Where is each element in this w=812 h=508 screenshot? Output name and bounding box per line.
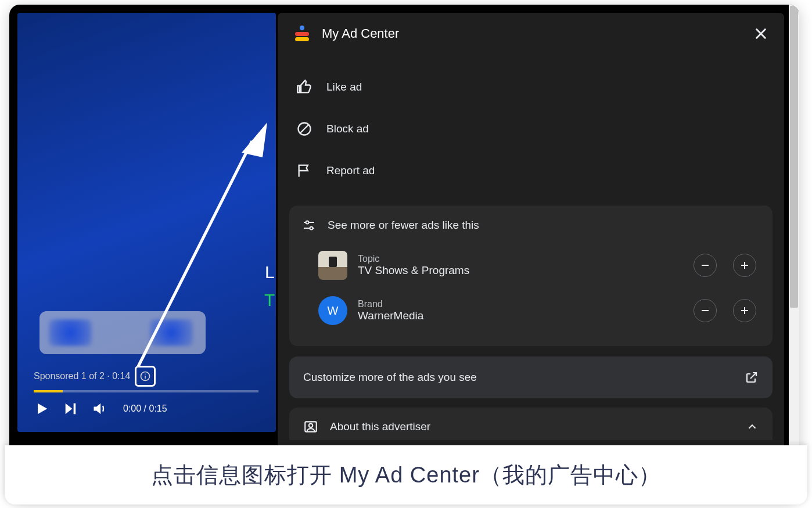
fewer-topic-button[interactable] (694, 254, 717, 277)
svg-line-12 (300, 125, 308, 133)
like-ad-label: Like ad (326, 81, 362, 93)
ad-overlay-text-green: T (264, 290, 275, 310)
next-icon[interactable] (63, 401, 79, 417)
video-player[interactable]: L T Sponsored 1 of 2 · 0:14 0:00 / 0:15 (17, 13, 276, 432)
close-icon (753, 26, 769, 42)
ad-action-list: Like ad Block ad Report ad (278, 52, 784, 202)
panel-header: My Ad Center (278, 13, 784, 52)
about-advertiser-section[interactable]: About this advertiser (289, 408, 773, 440)
svg-rect-7 (295, 32, 309, 36)
customize-ads-link[interactable]: Customize more of the ads you see (289, 356, 773, 398)
info-icon (139, 370, 151, 382)
fewer-brand-button[interactable] (694, 299, 717, 322)
pref-name: TV Shows & Programs (358, 264, 677, 277)
svg-point-2 (145, 373, 146, 374)
video-progress-fill (34, 390, 63, 392)
plus-icon (740, 261, 749, 270)
sponsored-text: Sponsored 1 of 2 · 0:14 (34, 371, 130, 381)
about-advertiser-label: About this advertiser (330, 420, 430, 433)
play-icon[interactable] (34, 401, 50, 417)
tune-section-title: See more or fewer ads like this (328, 219, 479, 232)
minus-icon (700, 261, 710, 270)
report-ad-item[interactable]: Report ad (296, 150, 778, 192)
chevron-up-icon (746, 420, 759, 433)
thumbs-up-icon (296, 79, 312, 95)
like-ad-item[interactable]: Like ad (296, 66, 778, 108)
annotation-caption-bar: 点击信息图标打开 My Ad Center（我的广告中心） (5, 445, 807, 505)
screenshot-frame: L T Sponsored 1 of 2 · 0:14 0:00 / 0:15 (9, 5, 799, 501)
report-ad-label: Report ad (326, 164, 375, 177)
close-button[interactable] (753, 26, 769, 42)
video-time: 0:00 / 0:15 (123, 403, 167, 414)
external-link-icon (745, 370, 759, 384)
pref-row-brand: W Brand WarnerMedia (302, 288, 760, 333)
svg-rect-3 (74, 403, 76, 415)
svg-point-24 (309, 424, 313, 428)
ad-overlay-text: L (265, 262, 275, 282)
pref-kind: Topic (358, 254, 677, 264)
block-ad-label: Block ad (326, 123, 369, 135)
ad-info-button[interactable] (135, 366, 156, 387)
video-progress-bar[interactable] (34, 390, 258, 392)
scrollbar-thumb[interactable] (790, 6, 798, 308)
flag-icon (296, 163, 312, 179)
more-topic-button[interactable] (733, 254, 756, 277)
block-ad-item[interactable]: Block ad (296, 108, 778, 150)
ad-center-logo-icon (293, 24, 311, 43)
sponsored-label-row: Sponsored 1 of 2 · 0:14 (34, 366, 156, 387)
ad-overlay-banner[interactable] (39, 311, 206, 354)
browser-scrollbar[interactable] (789, 5, 799, 501)
svg-point-16 (310, 227, 313, 230)
my-ad-center-panel: My Ad Center Like ad Block ad Report ad (278, 13, 784, 495)
topic-thumbnail (318, 251, 347, 280)
pref-kind: Brand (358, 299, 677, 309)
plus-icon (740, 306, 749, 315)
annotation-caption: 点击信息图标打开 My Ad Center（我的广告中心） (151, 460, 661, 490)
more-brand-button[interactable] (733, 299, 756, 322)
tune-ads-section: See more or fewer ads like this Topic TV… (289, 206, 773, 346)
person-card-icon (303, 419, 318, 434)
volume-icon[interactable] (92, 401, 108, 417)
panel-title: My Ad Center (322, 26, 399, 41)
brand-avatar: W (318, 296, 347, 325)
minus-icon (700, 306, 710, 315)
video-controls: 0:00 / 0:15 (34, 401, 167, 417)
block-icon (296, 121, 312, 137)
tune-icon (302, 218, 316, 232)
pref-name: WarnerMedia (358, 309, 677, 322)
svg-rect-8 (295, 37, 309, 41)
svg-point-6 (300, 26, 304, 30)
svg-point-15 (306, 221, 309, 224)
pref-row-topic: Topic TV Shows & Programs (302, 243, 760, 288)
customize-label: Customize more of the ads you see (303, 371, 477, 384)
